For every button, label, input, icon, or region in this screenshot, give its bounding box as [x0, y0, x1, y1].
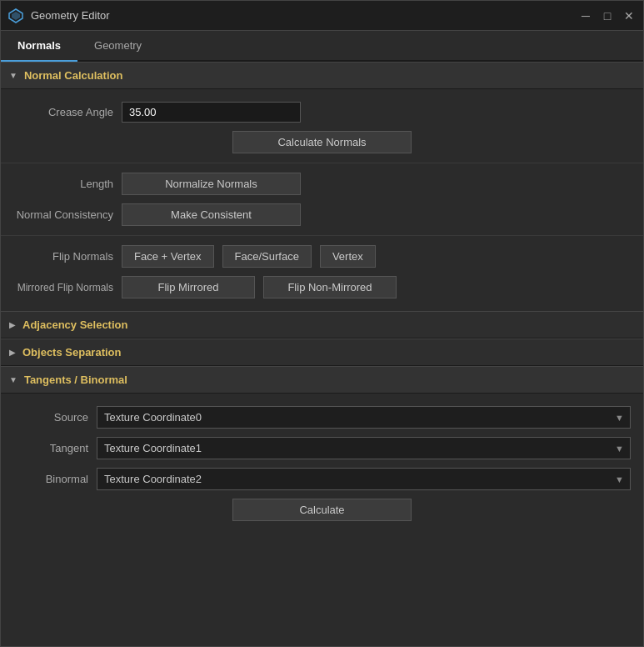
tangents-binormal-header[interactable]: ▼ Tangents / Binormal — [1, 366, 643, 394]
mirrored-flip-row: Mirrored Flip Normals Flip Mirrored Flip… — [1, 272, 643, 303]
flip-normals-row: Flip Normals Face + Vertex Face/Surface … — [1, 241, 643, 272]
binormal-select[interactable]: Texture Coordinate0 Texture Coordinate1 … — [97, 468, 631, 490]
collapse-arrow-objects: ▶ — [9, 348, 16, 357]
source-label: Source — [13, 411, 88, 424]
flip-face-vertex-button[interactable]: Face + Vertex — [122, 245, 214, 268]
tangents-binormal-body: Source Texture Coordinate0 Texture Coord… — [1, 394, 643, 534]
objects-separation-header[interactable]: ▶ Objects Separation — [1, 339, 643, 366]
calculate-tangents-button[interactable]: Calculate — [232, 499, 412, 521]
normal-calculation-header[interactable]: ▼ Normal Calculation — [1, 62, 643, 89]
title-bar: Geometry Editor ─ □ ✕ — [1, 1, 643, 31]
calculate-tangents-row: Calculate — [1, 494, 643, 525]
normalize-normals-row: Length Normalize Normals — [1, 168, 643, 199]
normalize-normals-button[interactable]: Normalize Normals — [122, 173, 301, 195]
app-icon — [7, 8, 24, 24]
tangents-binormal-title: Tangents / Binormal — [24, 374, 127, 386]
adjacency-selection-header[interactable]: ▶ Adjacency Selection — [1, 311, 643, 339]
binormal-label: Binormal — [13, 473, 88, 485]
binormal-row: Binormal Texture Coordinate0 Texture Coo… — [1, 464, 643, 494]
normal-calculation-title: Normal Calculation — [24, 69, 122, 82]
content-area: ▼ Normal Calculation Crease Angle Calcul… — [1, 62, 643, 646]
svg-marker-1 — [12, 12, 20, 20]
collapse-arrow-adjacency: ▶ — [9, 320, 16, 329]
calculate-normals-button[interactable]: Calculate Normals — [232, 131, 412, 153]
source-row: Source Texture Coordinate0 Texture Coord… — [1, 402, 643, 433]
length-label: Length — [13, 178, 113, 190]
flip-face-surface-button[interactable]: Face/Surface — [222, 245, 312, 268]
maximize-button[interactable]: □ — [600, 8, 615, 23]
main-window: Geometry Editor ─ □ ✕ Normals Geometry ▼… — [0, 0, 644, 647]
source-select[interactable]: Texture Coordinate0 Texture Coordinate1 … — [97, 406, 631, 429]
mirrored-flip-label: Mirrored Flip Normals — [13, 282, 113, 293]
flip-non-mirrored-button[interactable]: Flip Non-Mirrored — [263, 276, 397, 298]
tangent-select[interactable]: Texture Coordinate0 Texture Coordinate1 … — [97, 437, 631, 459]
tangent-label: Tangent — [13, 442, 88, 454]
objects-separation-title: Objects Separation — [22, 346, 121, 359]
close-button[interactable]: ✕ — [622, 8, 637, 23]
flip-vertex-button[interactable]: Vertex — [320, 245, 376, 268]
make-consistent-button[interactable]: Make Consistent — [122, 203, 301, 226]
collapse-arrow-tangents: ▼ — [9, 375, 17, 384]
calculate-normals-row: Calculate Normals — [1, 127, 643, 158]
source-select-wrapper: Texture Coordinate0 Texture Coordinate1 … — [97, 406, 631, 429]
binormal-select-wrapper: Texture Coordinate0 Texture Coordinate1 … — [97, 468, 631, 490]
flip-mirrored-button[interactable]: Flip Mirrored — [122, 276, 255, 298]
adjacency-selection-title: Adjacency Selection — [22, 318, 127, 331]
tab-bar: Normals Geometry — [1, 31, 643, 62]
collapse-arrow-normal-calc: ▼ — [9, 71, 17, 80]
window-title: Geometry Editor — [31, 9, 578, 22]
separator-2 — [1, 235, 643, 236]
separator-1 — [1, 163, 643, 163]
window-controls: ─ □ ✕ — [578, 8, 637, 23]
crease-angle-input[interactable] — [122, 102, 301, 123]
tangent-select-wrapper: Texture Coordinate0 Texture Coordinate1 … — [97, 437, 631, 459]
make-consistent-row: Normal Consistency Make Consistent — [1, 199, 643, 230]
minimize-button[interactable]: ─ — [578, 8, 593, 23]
tangent-row: Tangent Texture Coordinate0 Texture Coor… — [1, 433, 643, 464]
crease-angle-label: Crease Angle — [13, 106, 113, 118]
normal-consistency-label: Normal Consistency — [13, 208, 113, 221]
crease-angle-row: Crease Angle — [1, 98, 643, 127]
flip-normals-label: Flip Normals — [13, 250, 113, 263]
tab-geometry[interactable]: Geometry — [77, 31, 158, 62]
normal-calculation-body: Crease Angle Calculate Normals Length No… — [1, 89, 643, 311]
tab-normals[interactable]: Normals — [1, 31, 77, 62]
